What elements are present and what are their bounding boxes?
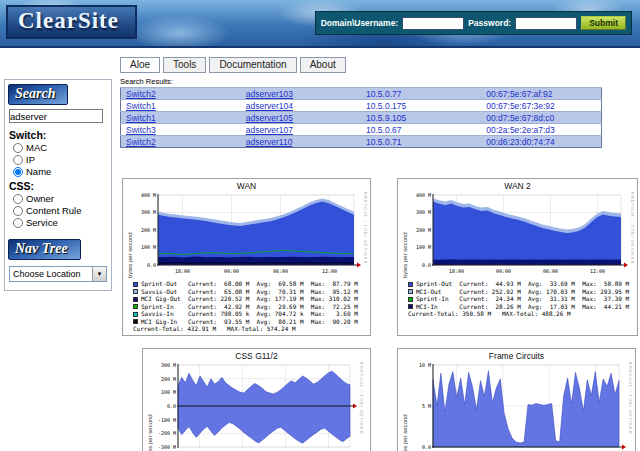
banner: ClearSite Domain\Username: Password: Sub…: [0, 0, 640, 48]
y-axis-label: bytes per second: [400, 362, 409, 451]
rrdtool-watermark: RRDTOOL / TOBI OETIKER: [358, 362, 364, 451]
legend-item: Savvis-In Current: 798.05 k Avg: 704.72 …: [133, 310, 358, 318]
table-row: Switch2adserver10310.5.0.7700:67:5e:67:a…: [121, 88, 602, 100]
host-link[interactable]: adserver107: [241, 124, 361, 136]
y-axis-label: bytes per second: [125, 192, 134, 278]
username-input[interactable]: [402, 17, 464, 30]
chart-legend: Sprint-Out Current: 44.93 M Avg: 33.69 M…: [408, 280, 635, 318]
login-bar: Domain\Username: Password: Submit: [315, 11, 632, 35]
chart-title: WAN 2: [400, 181, 635, 191]
host-link[interactable]: adserver105: [241, 112, 361, 124]
radio-css-service[interactable]: Service: [13, 217, 108, 228]
password-label: Password:: [468, 18, 511, 28]
host-link[interactable]: adserver110: [241, 136, 361, 148]
legend-swatch: [133, 289, 138, 294]
radio-switch-mac-input[interactable]: [13, 143, 23, 153]
legend-swatch: [408, 304, 413, 309]
password-input[interactable]: [515, 17, 577, 30]
y-axis-label: bytes per second: [145, 362, 154, 451]
radio-switch-mac[interactable]: MAC: [13, 142, 108, 153]
css-group-label: CSS:: [9, 180, 108, 192]
switch-link[interactable]: Switch3: [121, 124, 241, 136]
y-axis-label: bytes per second: [400, 192, 409, 278]
legend-item: Current-Total: 350.58 M MAX-Total: 488.2…: [408, 310, 571, 318]
switch-link[interactable]: Switch1: [121, 112, 241, 124]
tab-documentation[interactable]: Documentation: [209, 57, 296, 73]
wan2-chart: WAN 2 bytes per second 0.0100 M200 M300 …: [397, 178, 638, 336]
svg-text:100 M: 100 M: [161, 389, 176, 395]
mac-cell: 00:d7:5e:67:8d:c0: [481, 112, 601, 124]
legend-swatch: [408, 282, 413, 287]
legend-swatch: [133, 282, 138, 287]
tab-bar: Aloe Tools Documentation About: [120, 57, 640, 73]
ip-cell: 10.5.0.71: [361, 136, 481, 148]
wan2-chart-image: 0.0100 M200 M300 M400 M18:0000:0006:0012…: [409, 192, 629, 278]
rrdtool-watermark: RRDTOOL / TOBI OETIKER: [629, 192, 635, 278]
sidebar: Search Switch: MAC IP Name CSS: Owner Co…: [4, 79, 112, 291]
svg-text:0.0: 0.0: [147, 262, 156, 268]
svg-text:200 M: 200 M: [416, 227, 431, 233]
legend-item: Current-Total: 432.91 M MAX-Total: 574.2…: [133, 325, 296, 333]
frame-circuits-chart: Frame Circuits bytes per second 0.05 M10…: [397, 348, 636, 451]
svg-text:18:00: 18:00: [449, 268, 464, 274]
legend-swatch: [133, 319, 138, 324]
svg-text:00:00: 00:00: [496, 268, 511, 274]
location-select[interactable]: Choose Location ▼: [9, 266, 107, 282]
radio-css-owner[interactable]: Owner: [13, 193, 108, 204]
svg-text:18:00: 18:00: [175, 268, 190, 274]
search-input[interactable]: [9, 109, 103, 123]
host-link[interactable]: adserver104: [241, 100, 361, 112]
legend-item: MCI Gig-Out Current: 220.52 M Avg: 177.1…: [133, 295, 358, 303]
legend-swatch: [133, 304, 138, 309]
css-chart: CSS G11/2 bytes per second -300 M-200 M-…: [142, 348, 371, 451]
svg-text:400 M: 400 M: [141, 192, 156, 198]
switch-link[interactable]: Switch1: [121, 100, 241, 112]
ip-cell: 10.5.0.175: [361, 100, 481, 112]
tab-about[interactable]: About: [300, 57, 346, 73]
legend-item: Sprint-In Current: 42.92 M Avg: 29.69 M …: [133, 303, 358, 311]
location-select-value: Choose Location: [13, 269, 81, 279]
tab-tools[interactable]: Tools: [163, 57, 206, 73]
submit-button[interactable]: Submit: [581, 16, 626, 30]
ip-cell: 10.5.9.105: [361, 112, 481, 124]
radio-css-owner-input[interactable]: [13, 194, 23, 204]
svg-text:300 M: 300 M: [416, 209, 431, 215]
radio-css-content-rule-input[interactable]: [13, 206, 23, 216]
legend-swatch: [408, 289, 413, 294]
radio-switch-ip-input[interactable]: [13, 155, 23, 165]
svg-text:-200 M: -200 M: [158, 430, 176, 436]
chevron-down-icon[interactable]: ▼: [92, 267, 106, 281]
switch-group-label: Switch:: [9, 129, 108, 141]
tab-aloe[interactable]: Aloe: [120, 57, 160, 73]
table-row: Switch3adserver10710.5.0.6700:2a:5e:2e:a…: [121, 124, 602, 136]
frame-circuits-chart-image: 0.05 M10 M18:0000:0006:0012:00: [409, 362, 627, 451]
svg-text:12:00: 12:00: [322, 268, 337, 274]
css-chart-image: -300 M-200 M-100 M0.0100 M200 M300 M18:0…: [154, 362, 358, 451]
switch-link[interactable]: Switch2: [121, 88, 241, 100]
radio-css-content-rule[interactable]: Content Rule: [13, 205, 108, 216]
radio-label: Content Rule: [26, 205, 81, 216]
legend-item: MCI Gig-In Current: 93.55 M Avg: 80.21 M…: [133, 318, 358, 326]
radio-switch-name-input[interactable]: [13, 167, 23, 177]
svg-text:0.0: 0.0: [422, 262, 431, 268]
search-heading: Search: [8, 84, 68, 105]
svg-text:100 M: 100 M: [416, 244, 431, 250]
svg-text:10 M: 10 M: [419, 362, 431, 368]
radio-label: Owner: [26, 193, 54, 204]
svg-text:0.0: 0.0: [167, 402, 176, 408]
ip-cell: 10.5.0.77: [361, 88, 481, 100]
charts-grid: WAN bytes per second 0.0100 M200 M300 M4…: [122, 178, 640, 451]
radio-label: Service: [26, 217, 58, 228]
svg-text:100 M: 100 M: [141, 244, 156, 250]
search-results-table: Switch2adserver10310.5.0.7700:67:5e:67:a…: [120, 87, 602, 148]
table-row: Switch2adserver11010.5.0.7100:d6:23:d0:7…: [121, 136, 602, 148]
radio-switch-name[interactable]: Name: [13, 166, 108, 177]
switch-link[interactable]: Switch2: [121, 136, 241, 148]
svg-text:06:00: 06:00: [273, 268, 288, 274]
radio-css-service-input[interactable]: [13, 218, 23, 228]
legend-swatch: [133, 297, 138, 302]
radio-switch-ip[interactable]: IP: [13, 154, 108, 165]
legend-item: MCI-In Current: 28.26 M Avg: 17.03 M Max…: [408, 303, 629, 311]
host-link[interactable]: adserver103: [241, 88, 361, 100]
legend-swatch: [408, 297, 413, 302]
